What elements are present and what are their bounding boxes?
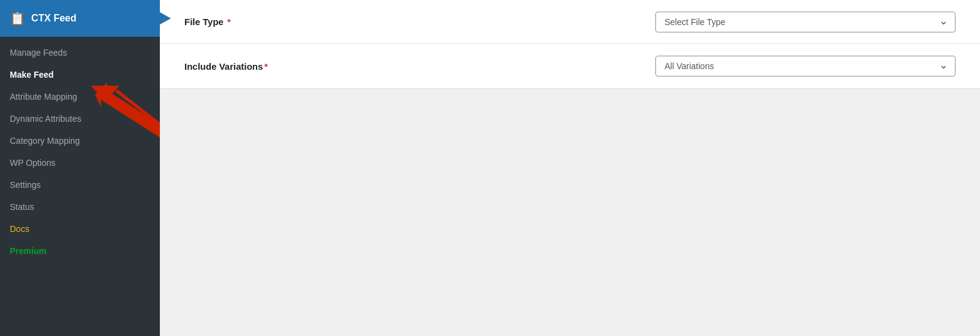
sidebar-item-attribute-mapping[interactable]: Attribute Mapping bbox=[0, 86, 160, 108]
sidebar-item-category-mapping[interactable]: Category Mapping bbox=[0, 130, 160, 152]
file-type-select-wrapper: Select File Type XML CSV TSV JSON TXT bbox=[655, 12, 956, 32]
sidebar-item-manage-feeds[interactable]: Manage Feeds bbox=[0, 42, 160, 64]
main-content: File Type * Select File Type XML CSV TSV… bbox=[160, 0, 980, 336]
include-variations-control: All Variations Parent Only Variations On… bbox=[491, 56, 956, 77]
sidebar-item-make-feed[interactable]: Make Feed bbox=[0, 64, 160, 86]
sidebar-item-status[interactable]: Status bbox=[0, 196, 160, 218]
file-type-label: File Type * bbox=[184, 17, 491, 27]
ctx-feed-icon: 📋 bbox=[10, 11, 25, 26]
sidebar-item-dynamic-attributes[interactable]: Dynamic Attributes bbox=[0, 108, 160, 130]
sidebar-item-wp-options[interactable]: WP Options bbox=[0, 152, 160, 174]
sidebar-header[interactable]: 📋 CTX Feed bbox=[0, 0, 160, 37]
file-type-select[interactable]: Select File Type XML CSV TSV JSON TXT bbox=[655, 12, 956, 32]
gray-area bbox=[160, 89, 980, 336]
sidebar: 📋 CTX Feed Manage Feeds Make Feed Attrib… bbox=[0, 0, 160, 336]
include-variations-label: Include Variations* bbox=[184, 61, 491, 72]
file-type-row: File Type * Select File Type XML CSV TSV… bbox=[160, 0, 980, 44]
required-star-variations: * bbox=[264, 61, 268, 72]
sidebar-nav: Manage Feeds Make Feed Attribute Mapping… bbox=[0, 37, 160, 262]
sidebar-item-settings[interactable]: Settings bbox=[0, 174, 160, 196]
include-variations-row: Include Variations* All Variations Paren… bbox=[160, 44, 980, 88]
include-variations-select[interactable]: All Variations Parent Only Variations On… bbox=[655, 56, 956, 77]
required-star-file-type: * bbox=[225, 17, 231, 27]
form-section: File Type * Select File Type XML CSV TSV… bbox=[160, 0, 980, 89]
sidebar-item-premium[interactable]: Premium bbox=[0, 240, 160, 262]
file-type-control: Select File Type XML CSV TSV JSON TXT bbox=[491, 12, 956, 32]
sidebar-title: CTX Feed bbox=[31, 13, 77, 24]
include-variations-select-wrapper: All Variations Parent Only Variations On… bbox=[655, 56, 956, 77]
sidebar-item-docs[interactable]: Docs bbox=[0, 218, 160, 240]
